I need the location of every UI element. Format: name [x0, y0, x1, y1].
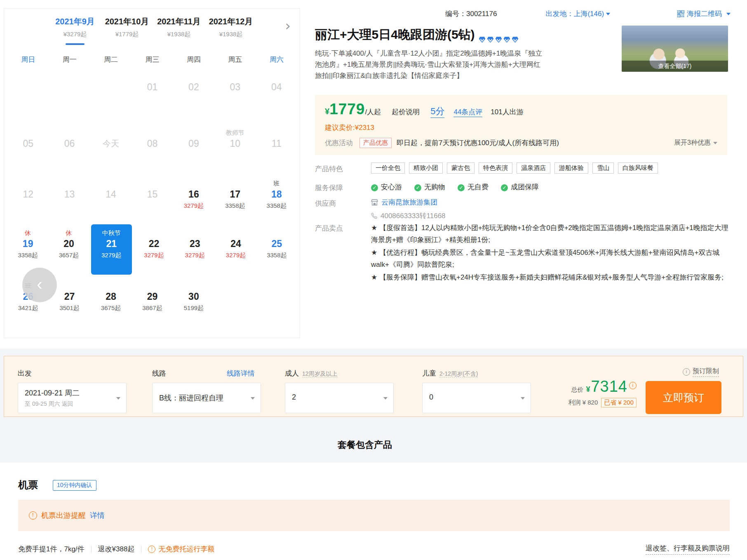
flight-meta-row: 免费手提1件，7kg/件 退改¥388起 !无免费托运行李额 退改签、行李额及购…: [18, 544, 730, 555]
day-holiday-label: [132, 179, 173, 188]
selling-point: ★ 【度假首选】12人以内精致小团+纯玩无购物+1价全含0自费+2晚指定国五温德…: [371, 222, 731, 246]
check-icon: ✓: [414, 184, 421, 191]
route-dropdown[interactable]: B线：丽进回程自理: [152, 383, 261, 413]
calendar-day-cell[interactable]: 233279起: [174, 224, 215, 275]
route-label: 线路: [152, 369, 166, 378]
depart-date-value: 2021-09-21 周二: [25, 388, 126, 398]
day-holiday-label: [174, 228, 215, 238]
day-price: [49, 151, 90, 160]
book-now-button[interactable]: 立即预订: [646, 381, 721, 414]
supplier-link[interactable]: 云南昆旅旅游集团: [371, 198, 437, 207]
calendar-day-cell[interactable]: 253358起: [256, 224, 297, 275]
expand-promos-button[interactable]: 展开3种优惠: [674, 139, 717, 147]
calendar-day-cell[interactable]: 中秋节213279起: [91, 224, 132, 275]
prev-arrow-button[interactable]: ‹: [22, 268, 57, 302]
day-price: 3867起: [132, 304, 173, 313]
flight-notice-detail-link[interactable]: 详情: [90, 511, 105, 520]
day-number: 19: [7, 238, 48, 250]
booking-restriction-link[interactable]: i预订限制: [683, 367, 719, 377]
assurance-item: ✓无购物: [414, 182, 445, 192]
calendar-empty-cell: [90, 68, 132, 118]
day-price: 3358起: [256, 202, 297, 211]
day-price: [132, 94, 173, 104]
qr-code-icon: [677, 10, 684, 17]
day-number: 03: [214, 81, 256, 93]
adult-count-dropdown[interactable]: 2: [285, 383, 394, 413]
calendar-day-cell[interactable]: 243279起: [215, 224, 256, 275]
day-number: 23: [174, 238, 215, 250]
calendar-day-cell[interactable]: 休193358起: [7, 224, 48, 275]
divider: [91, 546, 92, 553]
price-explain-link[interactable]: 起价说明: [392, 107, 420, 117]
calendar-day-cell[interactable]: 173358起: [214, 175, 256, 225]
route-detail-link[interactable]: 线路详情: [227, 369, 255, 378]
price-line: ¥ 1779 /人起 起价说明 5分 44条点评 101人出游: [325, 101, 717, 118]
day-price: [256, 94, 297, 104]
chevron-down-icon: [521, 397, 525, 400]
assurance-item: ✓安心游: [371, 182, 402, 192]
product-photo[interactable]: 查看全部(17): [622, 26, 728, 72]
chevron-down-icon: [383, 397, 388, 400]
reviews-link[interactable]: 44条点评: [453, 107, 482, 117]
calendar-day-cell[interactable]: 293867起: [132, 277, 173, 327]
promo-line: 优惠活动 产品优惠 即日起，提前7天预订优惠100元/成人(所有线路可用) 展开…: [325, 138, 717, 148]
shop-icon: [371, 199, 378, 206]
diamond-icon: [495, 32, 502, 38]
info-icon: i: [683, 368, 690, 376]
calendar-day-cell[interactable]: 休203657起: [48, 224, 89, 275]
baggage-policy-link[interactable]: 退改签、行李额及购票说明: [646, 544, 730, 555]
divider: [141, 546, 141, 553]
page-header: 编号：30021176 出发地：上海(146) 海报二维码: [445, 9, 731, 19]
assurance-text: 无购物: [424, 183, 445, 191]
calendar-day-cell: 06: [49, 124, 90, 174]
assurance-row: ✓安心游✓无购物✓无自费✓成团保障: [371, 182, 731, 192]
day-number: 22: [134, 238, 174, 250]
promo-tag: 产品优惠: [359, 138, 392, 148]
day-holiday-label: [7, 128, 49, 137]
calendar-day-cell[interactable]: 班183358起: [256, 175, 297, 225]
flight-section-title: 机票: [18, 478, 38, 492]
supplier-phone: 4008663333转11668: [371, 211, 731, 221]
assurance-text: 无自费: [467, 183, 489, 191]
expand-promos-label: 展开3种优惠: [674, 139, 711, 147]
day-number: 02: [173, 81, 214, 93]
calendar-week-row: 01020304: [7, 68, 297, 118]
calendar-day-cell: 13: [49, 175, 90, 225]
view-all-photos-button[interactable]: 查看全部(17): [622, 61, 728, 72]
supplier-label: 供应商: [315, 199, 369, 208]
selling-points-row: ★ 【度假首选】12人以内精致小团+纯玩无购物+1价全含0自费+2晚指定国五温德…: [371, 222, 731, 284]
day-price: 3421起: [7, 304, 49, 313]
calendar-day-cell: 08: [132, 124, 173, 174]
day-holiday-label: [214, 179, 256, 188]
calendar-day-cell[interactable]: 163279起: [173, 175, 214, 225]
day-price: 3279起: [91, 251, 132, 260]
day-holiday-label: 休: [7, 228, 48, 238]
day-number: 04: [256, 81, 297, 93]
feature-tag: 特色表演: [479, 162, 512, 174]
calendar-day-cell[interactable]: 305199起: [173, 277, 214, 327]
day-holiday-label: [214, 72, 256, 81]
calendar-day-cell[interactable]: 283675起: [90, 277, 132, 327]
poster-qr-button[interactable]: 海报二维码: [677, 9, 731, 19]
score-link[interactable]: 5分: [430, 105, 444, 118]
child-label-text: 儿童: [422, 369, 436, 377]
calendar-day-cell[interactable]: 223279起: [134, 224, 174, 275]
day-number: 01: [132, 81, 173, 93]
departure-city-selector[interactable]: 出发地：上海(146): [545, 9, 610, 19]
check-icon: ✓: [371, 184, 378, 191]
day-price: [49, 202, 90, 211]
change-fee: 退改¥388起: [98, 544, 135, 554]
day-number: 05: [7, 137, 49, 150]
feature-tag: 一价全包: [371, 162, 405, 174]
price-unit: /人起: [365, 107, 381, 117]
child-count-dropdown[interactable]: 0: [422, 383, 531, 413]
total-info-icon[interactable]: i: [629, 382, 637, 389]
depart-date-dropdown[interactable]: 2021-09-21 周二 至 09-25 周六 返回: [18, 383, 127, 413]
travelers-count: 101人出游: [491, 107, 523, 117]
day-holiday-label: [49, 179, 90, 188]
booking-bar: 出发 2021-09-21 周二 至 09-25 周六 返回 线路 线路详情 B…: [4, 356, 743, 417]
calendar-empty-cell: [7, 68, 49, 118]
total-price-line: 总价 ¥ 7314 i: [568, 378, 637, 395]
product-title-text: 丽江+大理5日4晚跟团游(5钻): [315, 26, 475, 43]
departure-label: 出发地：: [545, 10, 573, 18]
